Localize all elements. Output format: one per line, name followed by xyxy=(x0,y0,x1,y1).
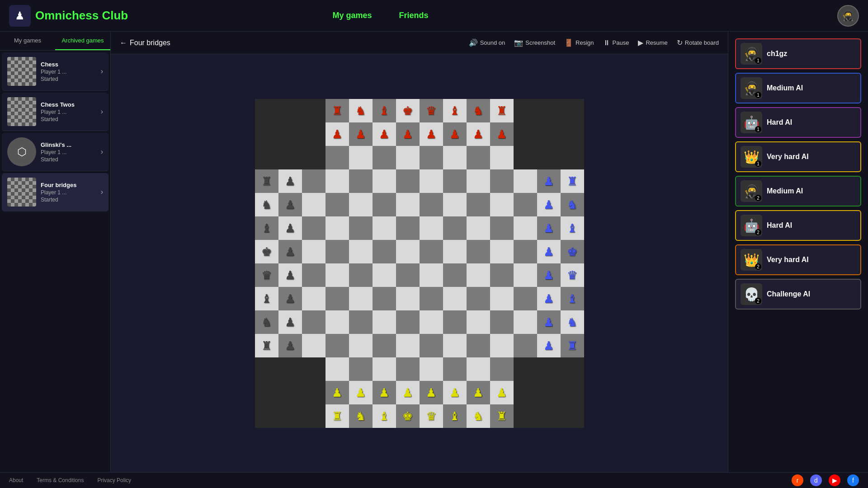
chess-cell-13-1[interactable] xyxy=(278,404,302,428)
chess-cell-8-11[interactable] xyxy=(514,287,537,310)
chess-cell-2-11[interactable] xyxy=(514,146,537,169)
chess-cell-0-6[interactable]: ♚ xyxy=(396,99,420,122)
chess-cell-1-12[interactable] xyxy=(537,122,561,146)
chess-cell-13-0[interactable] xyxy=(255,404,278,428)
chess-cell-11-7[interactable] xyxy=(420,357,443,381)
chess-cell-3-5[interactable] xyxy=(373,169,396,193)
chess-cell-5-6[interactable] xyxy=(396,216,420,240)
chess-cell-9-1[interactable]: ♟ xyxy=(278,310,302,334)
chess-cell-10-3[interactable] xyxy=(326,334,349,357)
chess-cell-13-7[interactable]: ♛ xyxy=(420,404,443,428)
game-item-four-bridges[interactable]: (function(){ const el = document.current… xyxy=(2,173,108,211)
resign-button[interactable]: 🚪 Resign xyxy=(564,38,594,47)
chess-cell-10-12[interactable]: ♟ xyxy=(537,334,561,357)
reddit-icon[interactable]: r xyxy=(792,474,803,486)
chess-cell-8-0[interactable]: ♝ xyxy=(255,287,278,310)
chess-cell-5-3[interactable] xyxy=(326,216,349,240)
chess-cell-11-8[interactable] xyxy=(443,357,467,381)
chess-cell-2-0[interactable] xyxy=(255,146,278,169)
chess-cell-4-1[interactable]: ♟ xyxy=(278,193,302,216)
back-button[interactable]: ← Four bridges xyxy=(120,39,170,47)
chess-cell-5-0[interactable]: ♝ xyxy=(255,216,278,240)
chess-cell-10-6[interactable] xyxy=(396,334,420,357)
chess-cell-0-2[interactable] xyxy=(302,99,326,122)
chess-cell-10-7[interactable] xyxy=(420,334,443,357)
footer-about[interactable]: About xyxy=(9,477,23,483)
chess-cell-9-13[interactable]: ♞ xyxy=(561,310,584,334)
chess-cell-8-13[interactable]: ♝ xyxy=(561,287,584,310)
chess-cell-6-2[interactable] xyxy=(302,240,326,263)
chess-cell-8-6[interactable] xyxy=(396,287,420,310)
chess-cell-13-3[interactable]: ♜ xyxy=(326,404,349,428)
chess-cell-1-2[interactable] xyxy=(302,122,326,146)
chess-cell-3-4[interactable] xyxy=(349,169,373,193)
chess-cell-0-3[interactable]: ♜ xyxy=(326,99,349,122)
chess-cell-11-3[interactable] xyxy=(326,357,349,381)
chess-cell-5-5[interactable] xyxy=(373,216,396,240)
chess-cell-13-9[interactable]: ♞ xyxy=(467,404,490,428)
chess-cell-3-12[interactable]: ♟ xyxy=(537,169,561,193)
chess-cell-8-4[interactable] xyxy=(349,287,373,310)
chess-cell-2-1[interactable] xyxy=(278,146,302,169)
chess-cell-1-13[interactable] xyxy=(561,122,584,146)
chess-cell-5-4[interactable] xyxy=(349,216,373,240)
chess-cell-7-3[interactable] xyxy=(326,263,349,287)
chess-cell-6-0[interactable]: ♚ xyxy=(255,240,278,263)
chess-cell-2-5[interactable] xyxy=(373,146,396,169)
chess-cell-4-10[interactable] xyxy=(490,193,514,216)
chess-cell-10-9[interactable] xyxy=(467,334,490,357)
chess-cell-7-12[interactable]: ♟ xyxy=(537,263,561,287)
chess-cell-12-5[interactable]: ♟ xyxy=(373,381,396,404)
chess-cell-11-12[interactable] xyxy=(537,357,561,381)
tab-archived-games[interactable]: Archived games xyxy=(55,32,110,50)
chess-cell-1-6[interactable]: ♟ xyxy=(396,122,420,146)
chess-cell-1-0[interactable] xyxy=(255,122,278,146)
chess-cell-5-12[interactable]: ♟ xyxy=(537,216,561,240)
chess-cell-6-7[interactable] xyxy=(420,240,443,263)
chess-cell-9-2[interactable] xyxy=(302,310,326,334)
chess-board[interactable]: ♜♞♝♚♛♝♞♜♟♟♟♟♟♟♟♟♜♟♟♜♞♟♟♞♝♟♟♝♚♟♟♚♛♟♟♛♝♟♟♝… xyxy=(255,99,584,428)
chess-cell-6-11[interactable] xyxy=(514,240,537,263)
chess-cell-4-4[interactable] xyxy=(349,193,373,216)
chess-cell-7-9[interactable] xyxy=(467,263,490,287)
chess-cell-4-0[interactable]: ♞ xyxy=(255,193,278,216)
chess-cell-1-4[interactable]: ♟ xyxy=(349,122,373,146)
resume-button[interactable]: ▶ Resume xyxy=(638,38,667,47)
chess-cell-1-11[interactable] xyxy=(514,122,537,146)
chess-cell-5-10[interactable] xyxy=(490,216,514,240)
chess-cell-13-4[interactable]: ♞ xyxy=(349,404,373,428)
chess-cell-3-1[interactable]: ♟ xyxy=(278,169,302,193)
chess-cell-1-7[interactable]: ♟ xyxy=(420,122,443,146)
chess-cell-0-7[interactable]: ♛ xyxy=(420,99,443,122)
chess-cell-8-12[interactable]: ♟ xyxy=(537,287,561,310)
chess-cell-6-5[interactable] xyxy=(373,240,396,263)
chess-cell-13-8[interactable]: ♝ xyxy=(443,404,467,428)
chess-cell-2-2[interactable] xyxy=(302,146,326,169)
chess-cell-0-0[interactable] xyxy=(255,99,278,122)
chess-cell-2-7[interactable] xyxy=(420,146,443,169)
chess-cell-11-4[interactable] xyxy=(349,357,373,381)
chess-cell-0-9[interactable]: ♞ xyxy=(467,99,490,122)
chess-cell-8-3[interactable] xyxy=(326,287,349,310)
chess-cell-9-7[interactable] xyxy=(420,310,443,334)
chess-cell-3-13[interactable]: ♜ xyxy=(561,169,584,193)
chess-cell-4-13[interactable]: ♞ xyxy=(561,193,584,216)
chess-cell-1-9[interactable]: ♟ xyxy=(467,122,490,146)
chess-cell-12-6[interactable]: ♟ xyxy=(396,381,420,404)
chess-cell-2-6[interactable] xyxy=(396,146,420,169)
chess-cell-6-9[interactable] xyxy=(467,240,490,263)
chess-cell-4-7[interactable] xyxy=(420,193,443,216)
user-avatar[interactable]: 🥷 xyxy=(837,5,859,27)
chess-cell-5-11[interactable] xyxy=(514,216,537,240)
chess-cell-12-12[interactable] xyxy=(537,381,561,404)
chess-cell-0-11[interactable] xyxy=(514,99,537,122)
chess-cell-9-10[interactable] xyxy=(490,310,514,334)
chess-cell-10-13[interactable]: ♜ xyxy=(561,334,584,357)
chess-cell-12-8[interactable]: ♟ xyxy=(443,381,467,404)
chess-cell-7-11[interactable] xyxy=(514,263,537,287)
chess-cell-0-13[interactable] xyxy=(561,99,584,122)
screenshot-button[interactable]: 📷 Screenshot xyxy=(514,38,555,47)
chess-cell-6-8[interactable] xyxy=(443,240,467,263)
chess-cell-0-12[interactable] xyxy=(537,99,561,122)
chess-cell-12-4[interactable]: ♟ xyxy=(349,381,373,404)
